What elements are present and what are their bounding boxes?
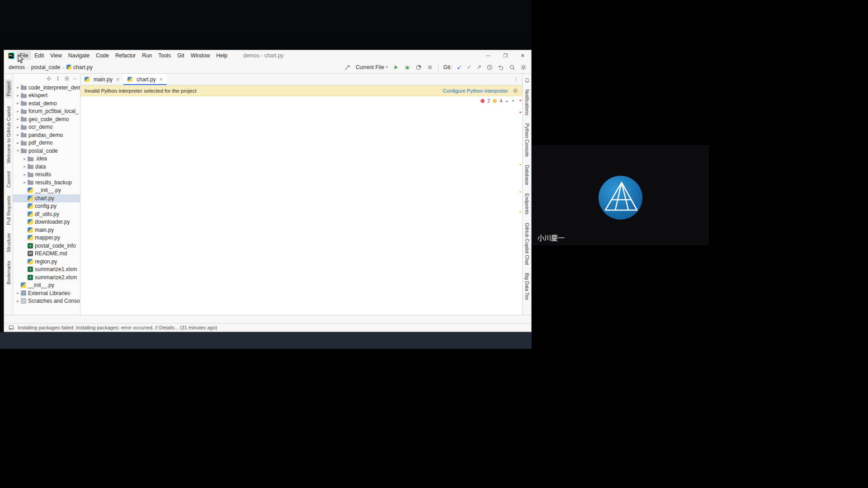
tree-item-data[interactable]: ▸data [13,163,80,171]
breadcrumb-item-chart-py[interactable]: chart.py [66,64,93,70]
tree-item-df-utils-py[interactable]: df_utils.py [13,210,80,218]
breadcrumb-separator: › [27,65,29,70]
tree-item-pandas-demo[interactable]: ▸pandas_demo [13,131,80,139]
breadcrumb-separator: › [62,65,64,70]
menu-view[interactable]: View [47,51,65,60]
rollback-icon[interactable] [498,64,504,70]
build-icon[interactable] [344,64,351,70]
stripe-item-pull-requests[interactable]: Pull Requests [6,196,11,225]
menu-navigate[interactable]: Navigate [65,51,93,60]
menu-window[interactable]: Window [188,51,213,60]
git-commit-check-icon[interactable]: ✓ [467,64,472,70]
tree-item-label: External Libraries [28,290,70,296]
tree-item-code-interpreter-dem[interactable]: ▸code_interpreter_dem [13,84,80,92]
tree-item-scratches-and-consoles[interactable]: ▸Scratches and Consoles [13,297,80,305]
stripe-item-commit[interactable]: Commit [6,171,11,188]
tab-close-icon[interactable]: × [160,76,163,83]
code-editor[interactable]: 2 4 ▲ ▼ [80,96,522,315]
next-problem-icon[interactable]: ▼ [511,99,515,103]
tree-item-ocr-demo[interactable]: ▸ocr_demo [13,123,80,131]
settings-gear-icon[interactable] [520,64,527,70]
tab-close-icon[interactable]: × [116,76,119,83]
maximize-button[interactable]: ❐ [497,50,514,61]
stripe-item-welcome-to-github-copilot[interactable]: Welcome to GitHub Copilot [6,106,11,163]
excel-icon: x [28,275,33,280]
tree-item-postal-code[interactable]: ▾postal_code [13,147,80,155]
tree-item-region-py[interactable]: region.py [13,258,80,266]
tree-item-chart-py[interactable]: chart.py [13,194,80,202]
status-message[interactable]: Installing packages failed: Installing p… [18,325,217,330]
tab-main-py[interactable]: main.py× [80,74,123,85]
tree-item-label: ekispert [28,92,47,99]
stripe-item-project[interactable]: Project [5,80,12,98]
stripe-item-endpoints[interactable]: Endpoints [524,193,530,215]
notifications-bell-icon[interactable] [524,78,530,83]
tree-item-summarize2-xlsm[interactable]: xsummarize2.xlsm [13,273,80,282]
minimize-button[interactable]: ─ [480,50,497,61]
stop-button[interactable] [427,64,433,70]
tree-item-label: __init__.py [35,187,61,193]
tree-item-idea[interactable]: ▸.idea [13,155,80,163]
tree-item-results[interactable]: ▸results [13,171,80,179]
tree-item-summarize1-xlsm[interactable]: xsummarize1.xlsm [13,266,80,274]
error-stripe[interactable] [519,96,521,315]
banner-gear-icon[interactable] [513,88,518,94]
tree-item-pdf-demo[interactable]: ▸pdf_demo [13,139,80,147]
tree-item-geo-code-demo[interactable]: ▸geo_code_demo [13,115,80,123]
menu-tools[interactable]: Tools [155,51,174,60]
tree-item-downloader-py[interactable]: downloader.py [13,218,80,226]
editor-tabs: main.py×chart.py×⋮ [80,74,522,85]
git-update-icon[interactable]: ↙ [457,64,462,70]
git-push-icon[interactable]: ↗ [476,64,481,70]
stripe-item-notifications[interactable]: Notifications [524,89,530,115]
tree-item-main-py[interactable]: main.py [13,226,80,234]
run-config-selector[interactable]: Current File ▾ [356,64,388,70]
tree-item-external-libraries[interactable]: ▸External Libraries [13,289,80,297]
tabs-more-icon[interactable]: ⋮ [509,74,522,85]
coverage-button[interactable] [415,64,422,70]
menu-code[interactable]: Code [93,51,112,60]
menu-edit[interactable]: Edit [31,51,47,60]
panel-gear-icon[interactable] [64,76,70,81]
menu-help[interactable]: Help [213,51,231,60]
tree-item-postal-code-info[interactable]: xpostal_code_info [13,242,80,250]
tree-item-ekispert[interactable]: ▸ekispert [13,92,80,100]
run-button[interactable] [393,64,399,70]
status-panel-icon[interactable] [9,325,14,330]
history-icon[interactable] [486,64,493,70]
tree-item-mapper-py[interactable]: mapper.py [13,234,80,242]
ide-main: ProjectWelcome to GitHub CopilotCommitPu… [4,74,531,315]
locate-icon[interactable] [46,76,52,81]
tree-item-estat-demo[interactable]: ▸estat_demo [13,99,80,108]
stripe-item-github-copilot-chat[interactable]: GitHub Copilot Chat [524,223,530,265]
configure-interpreter-link[interactable]: Configure Python interpreter [443,88,508,94]
prev-problem-icon[interactable]: ▲ [505,99,509,103]
inspections-widget[interactable]: 2 4 ▲ ▼ [481,98,515,103]
tree-chevron-icon: ▸ [15,117,21,121]
tree-item-readme-md[interactable]: MREADME.md [13,250,80,258]
breadcrumb-item-postal-code[interactable]: postal_code [31,64,61,70]
debug-button[interactable] [404,64,410,70]
breadcrumb-item-demos[interactable]: demos [9,64,25,70]
collapse-all-icon[interactable] [55,76,61,81]
stripe-item-bookmarks[interactable]: Bookmarks [6,261,11,285]
scratch-icon [21,298,26,304]
tree-item-config-py[interactable]: config.py [13,202,80,211]
stripe-item-python-console[interactable]: Python Console [524,123,530,157]
tree-item-forum-pc5bai-local[interactable]: ▸forum_pc5bai_local_ [13,108,80,116]
menu-refactor[interactable]: Refactor [112,51,139,60]
tab-chart-py[interactable]: chart.py× [123,74,167,85]
menu-run[interactable]: Run [139,51,155,60]
python-icon [28,203,33,209]
close-button[interactable]: ✕ [514,50,531,61]
search-everywhere-icon[interactable] [509,64,515,70]
tree-item-results-backup[interactable]: ▸results_backup [13,178,80,187]
menu-git[interactable]: Git [174,51,187,60]
tree-item-init-py[interactable]: __init__.py [13,187,80,195]
stripe-item-database[interactable]: Database [524,165,530,185]
stripe-item-big-data-too[interactable]: Big Data Too [524,273,530,300]
hide-panel-icon[interactable]: ─ [73,76,76,81]
stripe-item-structure[interactable]: Structure [6,233,11,253]
folder-icon [21,94,27,98]
tree-item-init-py[interactable]: __init__.py [13,282,80,290]
